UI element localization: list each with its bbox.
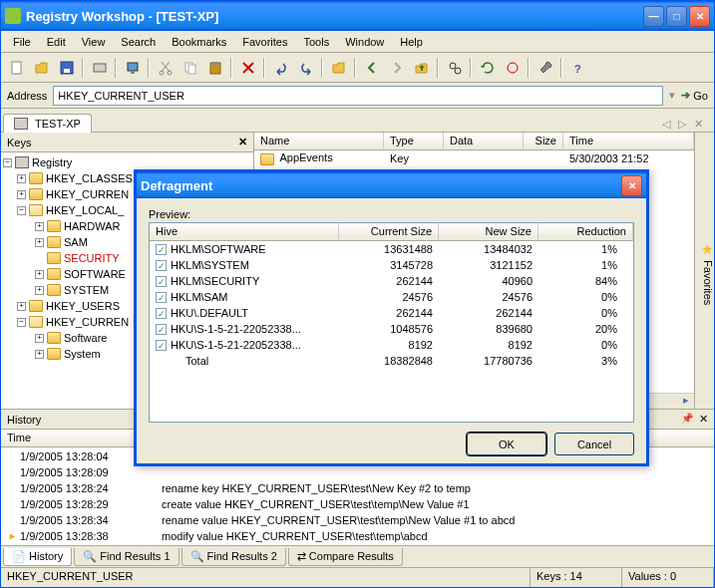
tree-toggle[interactable]: +: [35, 238, 44, 247]
tree-toggle[interactable]: +: [17, 190, 26, 199]
new-icon[interactable]: [5, 57, 28, 79]
find-icon[interactable]: [443, 57, 466, 79]
refresh-icon[interactable]: [476, 57, 499, 79]
checkbox[interactable]: ✓: [156, 276, 167, 287]
tree-root-label[interactable]: Registry: [32, 156, 72, 168]
btab-history[interactable]: 📄History: [3, 548, 72, 566]
btab-find2[interactable]: 🔍Find Results 2: [181, 548, 286, 566]
menu-view[interactable]: View: [74, 34, 114, 50]
menu-help[interactable]: Help: [392, 34, 431, 50]
history-row[interactable]: 1/9/2005 13:28:09: [2, 464, 713, 480]
tree-toggle[interactable]: +: [17, 174, 26, 183]
keys-panel-close-icon[interactable]: ✕: [238, 136, 247, 148]
gcol-current[interactable]: Current Size: [339, 223, 439, 241]
col-size[interactable]: Size: [524, 133, 563, 149]
menu-edit[interactable]: Edit: [39, 34, 74, 50]
ok-button[interactable]: OK: [467, 433, 546, 455]
tree-toggle[interactable]: −: [3, 158, 12, 167]
history-row[interactable]: 1/9/2005 13:28:24rename key HKEY_CURRENT…: [2, 480, 713, 496]
checkbox[interactable]: ✓: [156, 324, 167, 335]
list-row[interactable]: AppEventsKey5/30/2003 21:52: [254, 150, 694, 166]
close-button[interactable]: ✕: [689, 6, 710, 27]
cut-icon[interactable]: [154, 57, 177, 79]
grid-row[interactable]: ✓HKLM\SAM24576245760%: [150, 289, 633, 305]
tree-toggle[interactable]: +: [35, 350, 44, 359]
checkbox[interactable]: ✓: [156, 292, 167, 303]
tree-label: HKEY_USERS: [46, 300, 120, 312]
history-close-icon[interactable]: ✕: [699, 413, 708, 426]
forward-icon[interactable]: [385, 57, 408, 79]
tree-toggle[interactable]: −: [17, 206, 26, 215]
address-label: Address: [7, 90, 47, 102]
folder-dropdown-icon[interactable]: [327, 57, 350, 79]
help-icon[interactable]: ?: [566, 57, 589, 79]
tools-icon[interactable]: [534, 57, 556, 79]
history-row[interactable]: 1/9/2005 13:28:38modify value HKEY_CURRE…: [2, 528, 713, 544]
col-time[interactable]: Time: [563, 133, 694, 149]
menu-window[interactable]: Window: [337, 34, 392, 50]
checkbox[interactable]: ✓: [156, 340, 167, 351]
tree-toggle[interactable]: +: [17, 302, 26, 311]
address-input[interactable]: [53, 86, 663, 106]
up-icon[interactable]: [410, 57, 433, 79]
tree-label: HARDWAR: [64, 220, 120, 232]
pin-icon[interactable]: 📌: [681, 413, 693, 426]
checkbox[interactable]: ✓: [156, 308, 167, 319]
tree-toggle[interactable]: −: [17, 318, 26, 327]
checkbox[interactable]: ✓: [156, 260, 167, 271]
maximize-button[interactable]: □: [666, 6, 687, 27]
favorites-sidebar[interactable]: ★ Favorites: [694, 133, 714, 409]
btab-compare[interactable]: ⇄Compare Results: [288, 548, 403, 566]
scroll-right-icon[interactable]: ▸: [678, 394, 694, 409]
menu-file[interactable]: File: [5, 34, 39, 50]
tree-toggle[interactable]: +: [35, 270, 44, 279]
go-button[interactable]: ➔ Go: [681, 89, 708, 102]
tab-testxp[interactable]: TEST-XP: [3, 114, 92, 133]
svg-rect-11: [212, 62, 218, 65]
menu-search[interactable]: Search: [113, 34, 164, 50]
col-data[interactable]: Data: [444, 133, 524, 149]
folder-icon: [29, 188, 43, 200]
cancel-button[interactable]: Cancel: [554, 433, 634, 455]
btab-find1[interactable]: 🔍Find Results 1: [74, 548, 179, 566]
tab-close-icon[interactable]: ✕: [694, 118, 708, 132]
tree-toggle[interactable]: +: [35, 286, 44, 295]
col-name[interactable]: Name: [254, 133, 384, 149]
tab-prev-icon[interactable]: ◁: [662, 118, 676, 132]
grid-row[interactable]: ✓HKU\S-1-5-21-22052338...819281920%: [150, 337, 633, 353]
stop-icon[interactable]: [501, 57, 524, 79]
grid-row[interactable]: ✓HKLM\SOFTWARE13631488134840321%: [150, 241, 633, 257]
grid-row[interactable]: ✓HKU\S-1-5-21-22052338...104857683968020…: [150, 321, 633, 337]
history-time: 1/9/2005 13:28:24: [2, 482, 162, 494]
computer-icon[interactable]: [121, 57, 144, 79]
copy-icon[interactable]: [179, 57, 201, 79]
tab-next-icon[interactable]: ▷: [678, 118, 692, 132]
history-row[interactable]: 1/9/2005 13:28:29create value HKEY_CURRE…: [2, 496, 713, 512]
grid-row[interactable]: ✓HKU\.DEFAULT2621442621440%: [150, 305, 633, 321]
open-icon[interactable]: [30, 57, 53, 79]
checkbox[interactable]: ✓: [156, 244, 167, 255]
col-type[interactable]: Type: [384, 133, 444, 149]
undo-icon[interactable]: [269, 57, 292, 79]
defragment-dialog: Defragment ✕ Preview: Hive Current Size …: [134, 169, 649, 466]
gcol-reduction[interactable]: Reduction: [538, 223, 633, 241]
gcol-hive[interactable]: Hive: [150, 223, 339, 241]
delete-icon[interactable]: [236, 57, 259, 79]
back-icon[interactable]: [360, 57, 383, 79]
history-row[interactable]: 1/9/2005 13:28:34rename value HKEY_CURRE…: [2, 512, 713, 528]
menu-bookmarks[interactable]: Bookmarks: [164, 34, 234, 50]
grid-row[interactable]: ✓HKLM\SYSTEM314572831211521%: [150, 257, 633, 273]
dialog-close-button[interactable]: ✕: [621, 175, 642, 196]
tree-toggle[interactable]: +: [35, 222, 44, 231]
paste-icon[interactable]: [203, 57, 226, 79]
grid-row[interactable]: ✓HKLM\SECURITY2621444096084%: [150, 273, 633, 289]
menu-tools[interactable]: Tools: [296, 34, 338, 50]
connect-icon[interactable]: [88, 57, 111, 79]
menu-favorites[interactable]: Favorites: [234, 34, 295, 50]
gcol-new[interactable]: New Size: [439, 223, 538, 241]
tree-label: HKEY_CURREN: [46, 188, 129, 200]
tree-toggle[interactable]: +: [35, 334, 44, 343]
redo-icon[interactable]: [294, 57, 317, 79]
minimize-button[interactable]: —: [643, 6, 664, 27]
save-icon[interactable]: [55, 57, 78, 79]
